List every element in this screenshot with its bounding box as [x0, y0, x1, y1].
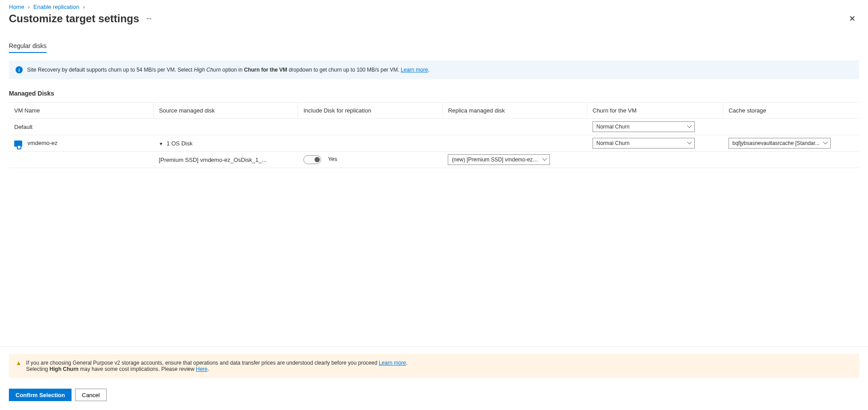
chevron-down-icon	[823, 142, 828, 145]
warning-bold: High Churn	[50, 366, 79, 372]
close-icon[interactable]: ✕	[845, 12, 859, 25]
info-icon: i	[16, 66, 23, 73]
tabs: Regular disks	[9, 40, 859, 53]
cancel-button[interactable]: Cancel	[75, 389, 106, 401]
warning-text: may have some cost implications. Please …	[79, 366, 196, 372]
breadcrumb: Home › Enable replication ›	[9, 4, 859, 10]
cache-storage-dropdown[interactable]: bqfjybsasnevaultasrcache [Standar...	[729, 138, 831, 149]
table-row-vm: vmdemo-ez ▼ 1 OS Disk Normal Churn	[9, 135, 859, 152]
warning-banner: ▲ If you are choosing General Purpose v2…	[9, 354, 859, 378]
col-header-source-disk: Source managed disk	[153, 103, 298, 119]
default-churn-dropdown[interactable]: Normal Churn	[593, 121, 695, 132]
info-text: option in	[221, 67, 244, 73]
breadcrumb-enable-replication[interactable]: Enable replication	[33, 4, 79, 10]
source-disk-name: [Premium SSD] vmdemo-ez_OsDisk_1_...	[153, 152, 298, 168]
confirm-selection-button[interactable]: Confirm Selection	[9, 389, 72, 401]
info-text: dropdown to get churn up to 100 MB/s per…	[287, 67, 401, 73]
include-disk-toggle[interactable]	[303, 155, 321, 164]
col-header-replica-disk: Replica managed disk	[442, 103, 587, 119]
section-heading: Managed Disks	[9, 90, 859, 97]
table-row-disk: [Premium SSD] vmdemo-ez_OsDisk_1_... Yes…	[9, 152, 859, 168]
vm-churn-dropdown[interactable]: Normal Churn	[593, 138, 695, 149]
replica-disk-dropdown[interactable]: (new) [Premium SSD] vmdemo-ez_...	[448, 154, 550, 165]
col-header-cache: Cache storage	[723, 103, 859, 119]
chevron-down-icon	[687, 142, 692, 145]
managed-disks-table: VM Name Source managed disk Include Disk…	[9, 102, 859, 168]
warning-text: Selecting	[26, 366, 50, 372]
warning-learn-more-link[interactable]: Learn more	[379, 360, 406, 366]
col-header-include-disk: Include Disk for replication	[298, 103, 442, 119]
info-learn-more-link[interactable]: Learn more	[401, 67, 428, 73]
vm-icon	[14, 141, 22, 147]
warning-icon: ▲	[16, 360, 22, 372]
page-title: Customize target settings ···	[9, 12, 151, 25]
info-text: Site Recovery by default supports churn …	[27, 67, 194, 73]
chevron-right-icon: ›	[83, 4, 84, 10]
vm-name: vmdemo-ez	[28, 140, 58, 146]
info-bold: Churn for the VM	[244, 67, 287, 73]
col-header-vm-name: VM Name	[9, 103, 153, 119]
info-italic: High Churn	[194, 67, 221, 73]
tab-regular-disks[interactable]: Regular disks	[9, 40, 47, 53]
chevron-right-icon: ›	[28, 4, 30, 10]
chevron-down-icon	[542, 158, 547, 161]
col-header-churn: Churn for the VM	[587, 103, 723, 119]
warning-here-link[interactable]: Here	[196, 366, 207, 372]
breadcrumb-home[interactable]: Home	[9, 4, 24, 10]
include-disk-value: Yes	[328, 156, 337, 162]
info-banner: i Site Recovery by default supports chur…	[9, 60, 859, 79]
chevron-down-icon	[687, 125, 692, 128]
caret-down-icon[interactable]: ▼	[159, 141, 163, 146]
os-disk-summary: 1 OS Disk	[167, 140, 193, 147]
table-row-default: Default Normal Churn	[9, 119, 859, 135]
more-icon[interactable]: ···	[146, 15, 151, 22]
warning-text: If you are choosing General Purpose v2 s…	[26, 360, 379, 366]
default-label: Default	[9, 119, 153, 135]
